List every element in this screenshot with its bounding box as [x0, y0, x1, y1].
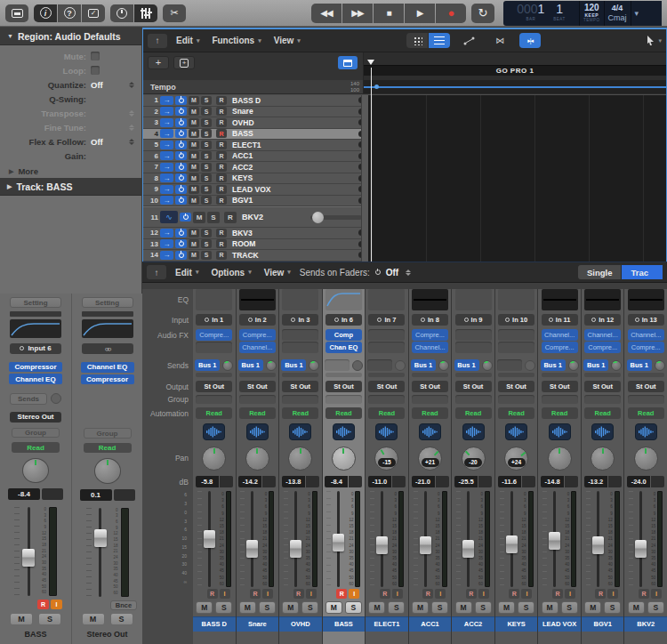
channel-name[interactable]: ACC1: [409, 616, 452, 632]
track-name[interactable]: LEAD VOX: [229, 185, 357, 194]
track-waveform-icon[interactable]: [419, 423, 441, 440]
eq-thumbnail[interactable]: [10, 319, 61, 338]
send-level-knob[interactable]: [266, 360, 277, 371]
mute-button[interactable]: M: [189, 118, 199, 127]
quick-help-button[interactable]: ?: [58, 4, 81, 22]
volume-readout[interactable]: -24.0: [627, 476, 650, 487]
input-monitor-button[interactable]: I: [220, 589, 230, 599]
track-type-icon[interactable]: →: [160, 173, 173, 182]
parameter-checkbox[interactable]: [91, 52, 100, 60]
eq-thumbnail[interactable]: [455, 289, 492, 310]
empty-send-slot[interactable]: [325, 373, 362, 377]
solo-button[interactable]: S: [345, 601, 362, 614]
track-type-icon[interactable]: →: [160, 141, 173, 149]
send-slot[interactable]: [497, 359, 522, 371]
mute-button[interactable]: M: [628, 601, 645, 614]
volume-readout[interactable]: -11.0: [368, 476, 391, 487]
tracks-view-button[interactable]: Trac: [622, 265, 663, 279]
pan-knob[interactable]: [94, 458, 121, 484]
automation-mode-button[interactable]: Read: [498, 407, 534, 419]
track-name[interactable]: Snare: [229, 107, 357, 116]
group-slot[interactable]: [628, 395, 664, 404]
volume-readout[interactable]: 0.1: [80, 489, 112, 501]
output-slot[interactable]: St Out: [498, 381, 534, 392]
volume-readout[interactable]: -5.8: [196, 476, 219, 487]
record-enable-button[interactable]: R: [466, 589, 477, 599]
stepper-icon[interactable]: [127, 110, 136, 117]
record-enable-button[interactable]: R: [224, 212, 237, 223]
track-on-button[interactable]: [180, 213, 191, 221]
automation-mode-button[interactable]: Read: [584, 407, 621, 419]
back-button[interactable]: ↑: [147, 265, 166, 279]
sends-on-faders[interactable]: Sends on Faders: Off: [300, 268, 413, 278]
automation-mode-button[interactable]: Read: [368, 407, 405, 419]
tempo-automation-node[interactable]: [374, 85, 379, 89]
automation-button[interactable]: [459, 33, 480, 48]
track-type-icon[interactable]: →: [160, 129, 173, 138]
channel-name[interactable]: BGV1: [582, 616, 624, 632]
playhead[interactable]: [371, 68, 372, 262]
solo-button[interactable]: S: [475, 601, 492, 614]
automation-mode-button[interactable]: Read: [325, 407, 362, 419]
eq-thumbnail[interactable]: [584, 289, 621, 310]
mute-button[interactable]: M: [189, 163, 199, 172]
volume-readout[interactable]: -13.8: [282, 476, 305, 487]
input-slot[interactable]: In 12: [584, 314, 621, 326]
fader-cap[interactable]: [635, 540, 647, 558]
more-disclosure[interactable]: ▶ More: [0, 165, 141, 178]
volume-readout[interactable]: -14.8: [541, 476, 564, 487]
group-slot[interactable]: [196, 395, 232, 404]
volume-readout[interactable]: -14.2: [238, 476, 261, 487]
output-slot[interactable]: St Out: [368, 381, 405, 392]
tempo-automation-line[interactable]: [364, 86, 666, 88]
record-enable-button[interactable]: R: [207, 589, 218, 599]
track-name[interactable]: KEYS: [229, 173, 357, 182]
audio-fx-slot[interactable]: [498, 342, 534, 353]
mute-button[interactable]: M: [82, 613, 105, 625]
channel-name[interactable]: ELECT1: [366, 616, 408, 632]
group-slot[interactable]: [325, 395, 362, 404]
solo-button[interactable]: S: [201, 118, 212, 127]
input-monitor-button[interactable]: I: [435, 589, 446, 599]
track-on-button[interactable]: [175, 118, 187, 127]
output-slot[interactable]: St Out: [628, 381, 664, 392]
volume-fader[interactable]: [94, 508, 107, 597]
pan-knob[interactable]: [22, 458, 49, 483]
mute-button[interactable]: M: [189, 141, 199, 149]
list-view-button[interactable]: [429, 33, 450, 48]
volume-fader[interactable]: [204, 491, 215, 587]
empty-send-slot[interactable]: [584, 373, 621, 377]
track-name[interactable]: TRACK: [229, 251, 357, 260]
single-view-button[interactable]: Single: [578, 265, 622, 279]
duplicate-track-button[interactable]: +: [173, 56, 195, 69]
fader-cap[interactable]: [246, 540, 258, 558]
track-waveform-icon[interactable]: [203, 423, 225, 440]
empty-send-slot[interactable]: [239, 373, 276, 377]
fader-cap[interactable]: [22, 549, 35, 567]
track-waveform-icon[interactable]: [246, 423, 269, 440]
parameter-value[interactable]: Off: [91, 137, 127, 147]
track-waveform-icon[interactable]: [462, 423, 485, 440]
pan-knob[interactable]: [591, 447, 615, 471]
track-row[interactable]: 2 → M S R Snare: [143, 107, 368, 118]
audio-fx-slot[interactable]: Channel EQ: [81, 362, 134, 372]
track-on-button[interactable]: [175, 151, 187, 160]
solo-button[interactable]: S: [201, 185, 212, 194]
audio-fx-slot[interactable]: Channel...: [628, 329, 664, 341]
record-enable-button[interactable]: R: [216, 151, 227, 160]
track-row[interactable]: 4 → M S R BASS: [143, 129, 368, 141]
track-name[interactable]: BASS: [229, 129, 357, 138]
mute-button[interactable]: M: [189, 251, 199, 260]
send-level-knob[interactable]: [222, 360, 233, 371]
fader-cap[interactable]: [420, 536, 431, 554]
channel-name[interactable]: OVHD: [279, 616, 322, 632]
solo-button[interactable]: S: [207, 212, 220, 223]
send-slot[interactable]: Bus 1: [195, 359, 220, 371]
output-slot[interactable]: St Out: [455, 381, 492, 392]
audio-fx-slot[interactable]: Comp: [325, 329, 362, 341]
record-enable-button[interactable]: R: [216, 129, 227, 138]
solo-button[interactable]: S: [201, 251, 212, 260]
output-slot[interactable]: Stereo Out: [10, 412, 61, 423]
pan-knob[interactable]: -15: [374, 447, 398, 471]
track-header[interactable]: ▶ Track: BASS: [0, 178, 141, 196]
